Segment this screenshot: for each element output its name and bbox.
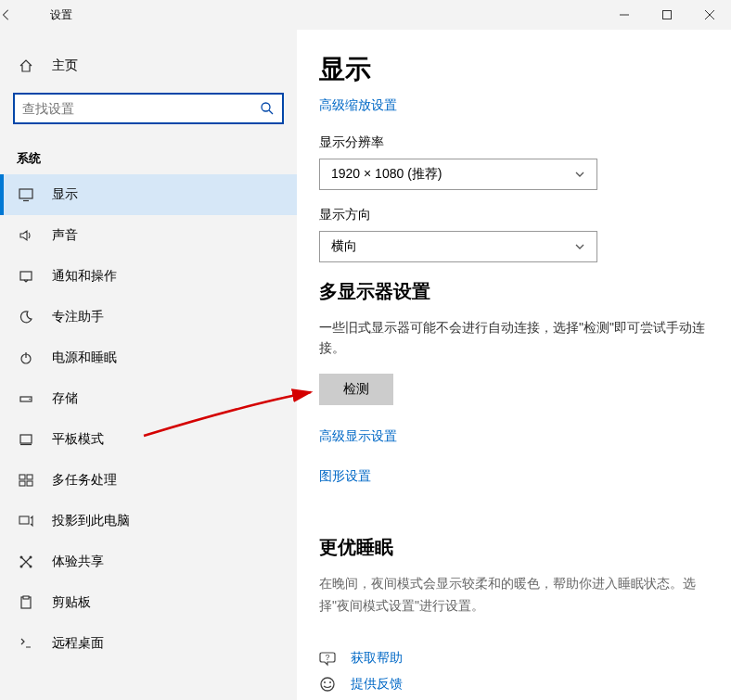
project-icon	[17, 514, 35, 528]
sidebar-item-label: 平板模式	[52, 431, 104, 448]
home-label: 主页	[52, 57, 78, 74]
remote-icon	[17, 636, 35, 651]
svg-point-23	[30, 556, 32, 559]
dropdown-value: 1920 × 1080 (推荐)	[331, 166, 442, 183]
multi-monitor-desc: 一些旧式显示器可能不会进行自动连接，选择"检测"即可尝试手动连接。	[319, 317, 705, 359]
get-help-link[interactable]: 获取帮助	[351, 650, 403, 667]
sidebar: 主页 系统 显示 声音 通知和操作 专注助手	[0, 30, 297, 700]
svg-rect-19	[19, 516, 29, 524]
svg-point-25	[30, 566, 32, 568]
sidebar-item-clipboard[interactable]: 剪贴板	[0, 582, 297, 623]
sidebar-item-multitask[interactable]: 多任务处理	[0, 460, 297, 501]
clipboard-icon	[17, 595, 35, 610]
home-link[interactable]: 主页	[0, 48, 297, 83]
sidebar-item-sound[interactable]: 声音	[0, 215, 297, 256]
chevron-down-icon	[574, 241, 585, 252]
sidebar-item-label: 专注助手	[52, 309, 104, 325]
orientation-dropdown[interactable]: 横向	[319, 231, 597, 262]
sidebar-item-focus[interactable]: 专注助手	[0, 297, 297, 337]
back-button[interactable]	[0, 8, 45, 21]
svg-text:?: ?	[325, 653, 329, 662]
advanced-display-link[interactable]: 高级显示设置	[319, 428, 397, 445]
tablet-icon	[17, 432, 35, 447]
search-input[interactable]	[13, 93, 284, 124]
sidebar-item-label: 剪贴板	[52, 594, 91, 611]
feedback-icon	[319, 676, 340, 693]
maximize-button[interactable]	[646, 0, 688, 30]
sleep-title: 更优睡眠	[319, 535, 705, 560]
help-icon: ?	[319, 650, 340, 667]
svg-rect-17	[19, 481, 25, 486]
sidebar-item-label: 显示	[52, 186, 78, 203]
sidebar-item-project[interactable]: 投影到此电脑	[0, 501, 297, 541]
multitask-icon	[17, 473, 35, 488]
resolution-dropdown[interactable]: 1920 × 1080 (推荐)	[319, 159, 597, 190]
sidebar-item-label: 远程桌面	[52, 635, 104, 652]
feedback-row[interactable]: 提供反馈	[319, 676, 705, 693]
search-icon	[260, 101, 275, 116]
resolution-label: 显示分辨率	[319, 134, 705, 151]
orientation-label: 显示方向	[319, 207, 705, 223]
get-help-row[interactable]: ? 获取帮助	[319, 650, 705, 667]
svg-line-5	[269, 110, 273, 114]
svg-rect-18	[27, 481, 32, 486]
svg-rect-1	[663, 11, 672, 19]
page-title: 显示	[319, 52, 705, 87]
dropdown-value: 横向	[331, 238, 357, 255]
share-icon	[17, 554, 35, 569]
svg-rect-15	[19, 475, 25, 479]
moon-icon	[17, 310, 35, 325]
sidebar-item-power[interactable]: 电源和睡眠	[0, 337, 297, 378]
sidebar-item-storage[interactable]: 存储	[0, 378, 297, 419]
svg-point-4	[262, 103, 270, 111]
svg-point-30	[324, 681, 326, 683]
sidebar-item-label: 电源和睡眠	[52, 350, 117, 366]
svg-rect-8	[20, 272, 32, 280]
svg-point-24	[20, 566, 23, 568]
speaker-icon	[17, 228, 35, 243]
graphics-settings-link[interactable]: 图形设置	[319, 468, 371, 485]
sidebar-item-label: 投影到此电脑	[52, 513, 130, 529]
detect-button[interactable]: 检测	[319, 374, 393, 405]
sidebar-item-tablet[interactable]: 平板模式	[0, 419, 297, 460]
home-icon	[17, 58, 35, 73]
sidebar-item-display[interactable]: 显示	[0, 174, 297, 215]
svg-rect-27	[23, 596, 29, 599]
svg-rect-6	[19, 189, 32, 198]
svg-rect-13	[20, 435, 32, 443]
sidebar-item-label: 声音	[52, 227, 78, 244]
minimize-button[interactable]	[603, 0, 646, 30]
window-controls	[603, 0, 731, 30]
svg-point-22	[20, 556, 23, 559]
power-icon	[17, 350, 35, 365]
sidebar-item-label: 多任务处理	[52, 472, 117, 489]
sidebar-item-share[interactable]: 体验共享	[0, 541, 297, 582]
svg-point-31	[329, 681, 331, 683]
category-header: 系统	[0, 134, 297, 174]
titlebar: 设置	[0, 0, 731, 30]
sidebar-item-label: 通知和操作	[52, 268, 117, 285]
sidebar-item-label: 存储	[52, 390, 78, 407]
svg-rect-16	[27, 475, 32, 479]
sidebar-item-remote[interactable]: 远程桌面	[0, 623, 297, 664]
window-title: 设置	[45, 7, 603, 23]
search-field[interactable]	[22, 101, 260, 116]
main-content: 显示 高级缩放设置 显示分辨率 1920 × 1080 (推荐) 显示方向 横向…	[297, 30, 731, 700]
notification-icon	[17, 269, 35, 284]
multi-monitor-title: 多显示器设置	[319, 279, 705, 304]
sidebar-item-label: 体验共享	[52, 554, 104, 570]
storage-icon	[17, 391, 35, 406]
sidebar-item-notifications[interactable]: 通知和操作	[0, 256, 297, 297]
svg-point-29	[321, 678, 334, 691]
advanced-scaling-link[interactable]: 高级缩放设置	[319, 97, 397, 114]
sleep-desc: 在晚间，夜间模式会显示较柔和的暖色，帮助你进入睡眠状态。选择"夜间模式设置"进行…	[319, 573, 705, 617]
svg-point-12	[29, 399, 31, 401]
monitor-icon	[17, 187, 35, 202]
close-button[interactable]	[688, 0, 731, 30]
chevron-down-icon	[574, 169, 585, 180]
feedback-link[interactable]: 提供反馈	[351, 676, 403, 693]
